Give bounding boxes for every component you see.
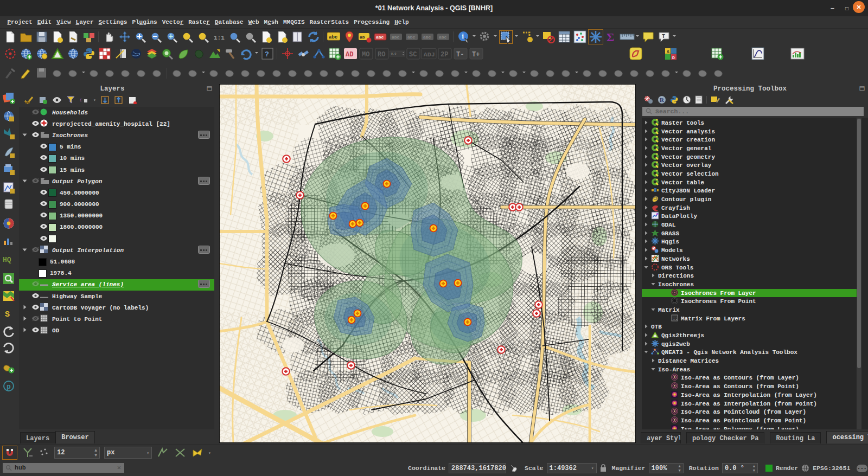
svg-text:RO: RO [378,51,385,59]
svg-text:D: D [672,55,675,60]
svg-text:S: S [5,310,10,319]
svg-text:abc: abc [407,35,416,40]
svg-text:ADJ: ADJ [424,51,435,58]
svg-text:Σ: Σ [607,30,614,43]
svg-text:MO: MO [362,51,369,59]
svg-text:R: R [660,97,665,103]
svg-text:2P: 2P [441,51,448,59]
svg-text:0.0: 0.0 [391,52,397,56]
svg-text:S: S [667,49,669,54]
svg-text:ε: ε [80,96,82,102]
svg-text:HQ: HQ [3,256,11,264]
svg-text:T-: T- [456,51,464,59]
svg-text:abc: abc [423,35,431,40]
svg-text:::: :: [673,316,678,321]
svg-text:SC: SC [409,51,417,59]
svg-text:1:1: 1:1 [214,35,225,41]
svg-text:abc: abc [329,35,337,40]
svg-text:T+: T+ [472,51,480,59]
svg-text:T: T [662,34,665,40]
svg-text:abc: abc [376,35,384,40]
svg-text:?: ? [265,50,269,59]
svg-text:abc: abc [439,35,447,40]
svg-text:p: p [7,383,11,391]
svg-text:abc: abc [392,35,400,40]
svg-text:ab: ab [360,35,365,40]
svg-text:AD: AD [346,51,353,59]
